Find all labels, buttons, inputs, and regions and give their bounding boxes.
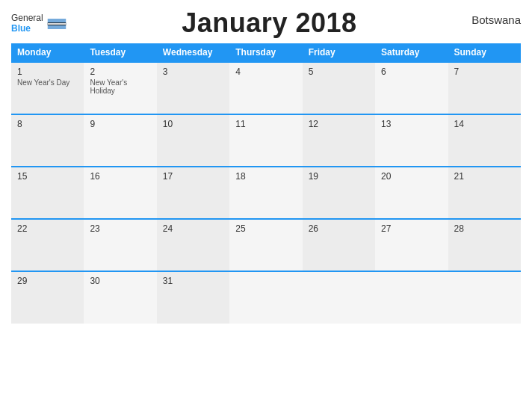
day-number: 6 <box>381 67 442 77</box>
day-number: 15 <box>17 171 78 182</box>
logo-line1: General <box>11 13 43 23</box>
logo-text-block: General Blue <box>11 13 43 34</box>
calendar-cell: 27 <box>375 219 448 271</box>
calendar-cell: 3 <box>157 62 229 114</box>
col-tuesday: Tuesday <box>84 43 156 62</box>
calendar-cell: 5 <box>303 62 375 114</box>
col-monday: Monday <box>11 43 84 62</box>
calendar-cell: 19 <box>303 167 375 219</box>
day-number: 21 <box>454 171 515 182</box>
col-thursday: Thursday <box>229 43 302 62</box>
calendar-cell: 30 <box>84 271 156 324</box>
holiday-label: New Year's Holiday <box>90 78 150 95</box>
calendar-cell: 24 <box>157 219 229 271</box>
calendar-table: Monday Tuesday Wednesday Thursday Friday… <box>11 43 521 324</box>
day-number: 12 <box>309 119 369 129</box>
calendar-week-row: 1New Year's Day2New Year's Holiday34567 <box>11 62 521 114</box>
col-wednesday: Wednesday <box>157 43 229 62</box>
day-number: 2 <box>90 67 150 77</box>
day-number: 31 <box>163 276 223 286</box>
day-number: 19 <box>309 171 369 182</box>
calendar-cell: 10 <box>157 114 229 167</box>
svg-rect-2 <box>47 23 66 25</box>
col-friday: Friday <box>303 43 375 62</box>
calendar-cell: 22 <box>11 219 84 271</box>
day-number: 7 <box>454 67 515 77</box>
calendar-cell: 14 <box>448 114 521 167</box>
calendar-cell: 29 <box>11 271 84 324</box>
logo: General Blue <box>11 13 67 34</box>
botswana-flag-icon <box>46 19 67 29</box>
day-number: 28 <box>454 223 515 234</box>
calendar-cell: 21 <box>448 167 521 219</box>
calendar-cell: 11 <box>229 114 302 167</box>
calendar-cell <box>375 271 448 324</box>
day-number: 3 <box>163 67 223 77</box>
col-saturday: Saturday <box>375 43 448 62</box>
day-number: 26 <box>309 223 369 234</box>
day-number: 17 <box>163 171 223 182</box>
day-number: 14 <box>454 119 515 129</box>
calendar-cell: 20 <box>375 167 448 219</box>
holiday-label: New Year's Day <box>17 78 78 87</box>
logo-line2: Blue <box>11 23 31 34</box>
calendar-cell <box>303 271 375 324</box>
day-number: 9 <box>90 119 150 129</box>
day-number: 13 <box>381 119 442 129</box>
day-number: 25 <box>235 223 296 234</box>
day-number: 24 <box>163 223 223 234</box>
day-number: 16 <box>90 171 150 182</box>
country-name: Botswana <box>471 13 521 26</box>
day-number: 20 <box>381 171 442 182</box>
day-number: 30 <box>90 276 150 286</box>
calendar-cell: 12 <box>303 114 375 167</box>
day-number: 4 <box>235 67 296 77</box>
day-number: 10 <box>163 119 223 129</box>
calendar-cell: 7 <box>448 62 521 114</box>
day-number: 5 <box>309 67 369 77</box>
day-number: 27 <box>381 223 442 234</box>
calendar-header: General Blue January 2018 Botswana <box>11 7 521 39</box>
calendar-cell: 28 <box>448 219 521 271</box>
calendar-cell: 13 <box>375 114 448 167</box>
col-sunday: Sunday <box>448 43 521 62</box>
calendar-cell: 16 <box>84 167 156 219</box>
calendar-week-row: 15161718192021 <box>11 167 521 219</box>
calendar-week-row: 891011121314 <box>11 114 521 167</box>
day-number: 23 <box>90 223 150 234</box>
day-number: 1 <box>17 67 78 77</box>
calendar-title: January 2018 <box>182 7 356 39</box>
calendar-cell: 1New Year's Day <box>11 62 84 114</box>
day-number: 8 <box>17 119 78 129</box>
day-number: 29 <box>17 276 78 286</box>
calendar-cell: 4 <box>229 62 302 114</box>
calendar-cell: 2New Year's Holiday <box>84 62 156 114</box>
calendar-cell: 6 <box>375 62 448 114</box>
calendar-cell: 9 <box>84 114 156 167</box>
calendar-cell <box>229 271 302 324</box>
calendar-cell: 15 <box>11 167 84 219</box>
calendar-cell: 8 <box>11 114 84 167</box>
calendar-week-row: 293031 <box>11 271 521 324</box>
calendar-cell: 25 <box>229 219 302 271</box>
calendar-cell: 18 <box>229 167 302 219</box>
calendar-cell: 23 <box>84 219 156 271</box>
day-number: 18 <box>235 171 296 182</box>
calendar-cell <box>448 271 521 324</box>
calendar-cell: 26 <box>303 219 375 271</box>
day-number: 11 <box>235 119 296 129</box>
calendar-cell: 17 <box>157 167 229 219</box>
calendar-header-row: Monday Tuesday Wednesday Thursday Friday… <box>11 43 521 62</box>
calendar-body: 1New Year's Day2New Year's Holiday345678… <box>11 62 521 324</box>
calendar-cell: 31 <box>157 271 229 324</box>
calendar-week-row: 22232425262728 <box>11 219 521 271</box>
day-number: 22 <box>17 223 78 234</box>
